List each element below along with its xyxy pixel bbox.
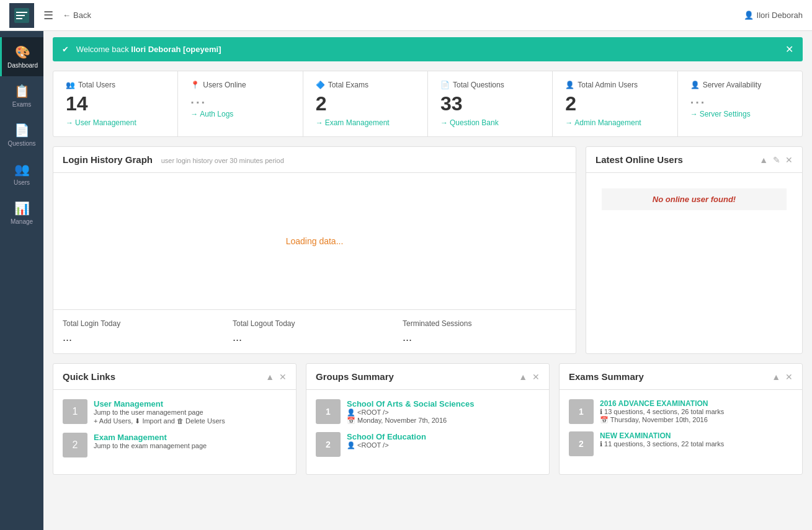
sidebar-item-exams[interactable]: 📋 Exams	[0, 76, 43, 115]
ql-desc-2: Jump to the exam management page	[94, 442, 207, 449]
terminated-value: ...	[403, 331, 566, 344]
e-badge-2: 2	[569, 431, 594, 456]
stat-card-total-exams: 🔷 Total Exams 2 Exam Management	[303, 71, 428, 136]
e-title-2[interactable]: NEW EXAMINATION	[600, 431, 724, 440]
e-date-1: 📅 Thursday, November 10th, 2016	[600, 416, 724, 424]
online-users-body: No online user found!	[586, 173, 802, 226]
question-bank-link[interactable]: Question Bank	[440, 118, 540, 127]
total-logout-label: Total Logout Today	[233, 319, 396, 328]
groups-summary-title: Groups Summary	[316, 371, 394, 382]
sidebar-item-users[interactable]: 👥 Users	[0, 154, 43, 193]
main-grid: Login History Graph user login history o…	[53, 146, 803, 354]
exams-summary-card: Exams Summary ▲ ✕ 1 2016 ADVANCE EXAMINA…	[559, 363, 803, 475]
online-users-header: Latest Online Users ▲ ✎ ✕	[586, 147, 802, 173]
exams-summary-header: Exams Summary ▲ ✕	[560, 364, 802, 390]
g-badge-2: 2	[316, 432, 341, 457]
g-date-1: 📅 Monday, November 7th, 2016	[347, 417, 474, 425]
alert-message: ✔ Welcome back Ilori Deborah [opeyemi]	[62, 45, 221, 54]
bottom-grid: Quick Links ▲ ✕ 1 User Management Jump t…	[53, 363, 803, 475]
server-icon: 👤	[690, 81, 700, 89]
stats-row: 👥 Total Users 14 User Management 📍 Users…	[53, 71, 803, 137]
exams-icon: 📋	[14, 84, 30, 99]
check-icon: ✔	[62, 45, 69, 54]
dashboard-icon: 🎨	[15, 45, 30, 60]
g-number-2: 2	[326, 439, 331, 449]
expand-icon-exams[interactable]: ▲	[772, 372, 780, 382]
stat-card-total-users: 👥 Total Users 14 User Management	[53, 71, 178, 136]
sidebar-item-label-questions: Questions	[7, 140, 35, 147]
groups-summary-card: Groups Summary ▲ ✕ 1 School Of Arts & So…	[306, 363, 550, 475]
quick-links-title: Quick Links	[63, 371, 115, 382]
sidebar-item-dashboard[interactable]: 🎨 Dashboard	[0, 37, 43, 76]
edit-icon[interactable]: ✎	[773, 155, 780, 165]
alert-prefix: Welcome back	[76, 45, 132, 54]
total-login-today: Total Login Today ...	[63, 319, 226, 344]
exams-summary-title: Exams Summary	[569, 371, 644, 382]
close-groups-icon[interactable]: ✕	[532, 372, 540, 382]
admin-management-link[interactable]: Admin Management	[565, 118, 664, 127]
g-title-2[interactable]: School Of Education	[347, 432, 426, 441]
menu-icon[interactable]: ☰	[43, 9, 53, 22]
svg-rect-3	[16, 18, 22, 19]
g-title-1[interactable]: School Of Arts & Social Sciences	[347, 399, 474, 409]
terminated-sessions: Terminated Sessions ...	[403, 319, 566, 344]
group-item-2: 2 School Of Education 👤 <ROOT />	[316, 432, 540, 457]
user-name: Ilori Deborah	[757, 11, 803, 20]
exam-item-1: 1 2016 ADVANCE EXAMINATION ℹ 13 question…	[569, 399, 793, 424]
no-online-message: No online user found!	[602, 188, 787, 210]
e-content-1: 2016 ADVANCE EXAMINATION ℹ 13 questions,…	[600, 399, 724, 424]
e-number-2: 2	[579, 439, 584, 449]
e-content-2: NEW EXAMINATION ℹ 11 questions, 3 sectio…	[600, 431, 724, 448]
g-content-2: School Of Education 👤 <ROOT />	[347, 432, 426, 449]
quick-link-item-1: 1 User Management Jump to the user manag…	[63, 399, 287, 425]
card-actions-quick: ▲ ✕	[265, 372, 287, 382]
user-management-link[interactable]: User Management	[66, 118, 165, 127]
exam-item-2: 2 NEW EXAMINATION ℹ 11 questions, 3 sect…	[569, 431, 793, 456]
manage-icon: 📊	[14, 201, 30, 216]
ql-desc-1: Jump to the user management page	[94, 409, 225, 416]
back-button[interactable]: Back	[63, 11, 91, 20]
main-content: ✔ Welcome back Ilori Deborah [opeyemi] ✕…	[43, 31, 812, 530]
stat-card-admin-users: 👤 Total Admin Users 2 Admin Management	[553, 71, 677, 136]
main-layout: 🎨 Dashboard 📋 Exams 📄 Questions 👥 Users …	[0, 31, 812, 530]
exam-management-link[interactable]: Exam Management	[316, 118, 415, 127]
ql-number-1: 1	[73, 406, 78, 417]
ql-content-2: Exam Management Jump to the exam managem…	[94, 433, 207, 449]
auth-logs-link[interactable]: Auth Logs	[190, 110, 290, 118]
ql-title-1[interactable]: User Management	[94, 399, 225, 409]
sidebar-item-label-manage: Manage	[11, 218, 33, 225]
total-login-label: Total Login Today	[63, 319, 226, 328]
total-users-icon: 👥	[66, 81, 75, 89]
e-title-1[interactable]: 2016 ADVANCE EXAMINATION	[600, 399, 724, 408]
sidebar-item-questions[interactable]: 📄 Questions	[0, 115, 43, 154]
server-settings-link[interactable]: Server Settings	[690, 110, 790, 118]
alert-user: Ilori Deborah [opeyemi]	[131, 45, 221, 54]
close-icon[interactable]: ✕	[785, 43, 793, 55]
g-root-1: 👤 <ROOT />	[347, 409, 474, 417]
g-badge-1: 1	[316, 399, 341, 424]
expand-icon-groups[interactable]: ▲	[519, 372, 527, 382]
sidebar-item-manage[interactable]: 📊 Manage	[0, 193, 43, 232]
total-questions-icon: 📄	[440, 81, 450, 89]
close-quick-icon[interactable]: ✕	[279, 372, 287, 382]
user-menu[interactable]: Ilori Deborah	[744, 11, 803, 20]
sidebar-item-label-exams: Exams	[12, 101, 32, 108]
close-exams-icon[interactable]: ✕	[785, 372, 793, 382]
login-history-card: Login History Graph user login history o…	[53, 146, 576, 354]
close-card-icon[interactable]: ✕	[785, 155, 793, 165]
e-info-2: ℹ 11 questions, 3 sections, 22 total mar…	[600, 440, 724, 448]
stat-value-total-users: 14	[66, 92, 165, 115]
stat-value-total-questions: 33	[440, 92, 540, 115]
stat-title-total-users: 👥 Total Users	[66, 81, 165, 89]
ql-title-2[interactable]: Exam Management	[94, 433, 207, 442]
total-login-value: ...	[63, 331, 226, 344]
g-number-1: 1	[326, 407, 331, 417]
login-history-title-area: Login History Graph user login history o…	[63, 154, 284, 165]
online-users-card: Latest Online Users ▲ ✎ ✕ No online user…	[586, 146, 803, 354]
expand-icon-quick[interactable]: ▲	[265, 372, 274, 382]
g-root-2: 👤 <ROOT />	[347, 441, 426, 449]
stat-title-users-online: 📍 Users Online	[190, 81, 290, 89]
stat-card-total-questions: 📄 Total Questions 33 Question Bank	[428, 71, 553, 136]
quick-links-header: Quick Links ▲ ✕	[53, 364, 296, 390]
expand-icon[interactable]: ▲	[759, 155, 768, 165]
